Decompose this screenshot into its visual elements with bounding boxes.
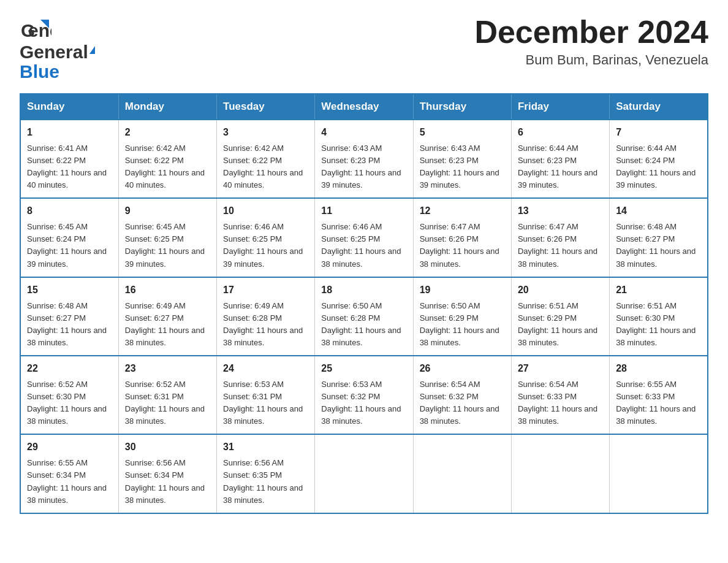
day-number: 30 — [125, 440, 210, 455]
logo-blue-text: Blue — [20, 61, 59, 82]
title-area: December 2024 Bum Bum, Barinas, Venezuel… — [474, 15, 708, 68]
calendar-cell: 30Sunrise: 6:56 AMSunset: 6:34 PMDayligh… — [118, 434, 216, 513]
calendar-cell: 27Sunrise: 6:54 AMSunset: 6:33 PMDayligh… — [511, 356, 609, 434]
calendar-cell: 3Sunrise: 6:42 AMSunset: 6:22 PMDaylight… — [217, 120, 315, 198]
col-header-friday: Friday — [511, 94, 609, 120]
day-number: 14 — [616, 204, 701, 219]
calendar-cell: 2Sunrise: 6:42 AMSunset: 6:22 PMDaylight… — [118, 120, 216, 198]
day-info: Sunrise: 6:52 AMSunset: 6:30 PMDaylight:… — [27, 378, 112, 428]
day-number: 9 — [125, 204, 210, 219]
calendar-week-2: 8Sunrise: 6:45 AMSunset: 6:24 PMDaylight… — [20, 198, 708, 277]
day-info: Sunrise: 6:43 AMSunset: 6:23 PMDaylight:… — [420, 142, 505, 192]
day-info: Sunrise: 6:46 AMSunset: 6:25 PMDaylight:… — [223, 221, 308, 270]
day-info: Sunrise: 6:54 AMSunset: 6:33 PMDaylight:… — [518, 378, 603, 428]
day-number: 22 — [27, 361, 112, 377]
day-number: 11 — [321, 204, 406, 219]
day-number: 27 — [518, 361, 603, 377]
day-number: 20 — [518, 283, 603, 298]
day-info: Sunrise: 6:48 AMSunset: 6:27 PMDaylight:… — [616, 221, 701, 270]
logo-general-text: General — [20, 42, 88, 63]
day-info: Sunrise: 6:51 AMSunset: 6:30 PMDaylight:… — [616, 300, 701, 350]
day-info: Sunrise: 6:45 AMSunset: 6:24 PMDaylight:… — [27, 221, 112, 270]
day-number: 6 — [518, 125, 603, 140]
day-info: Sunrise: 6:51 AMSunset: 6:29 PMDaylight:… — [518, 300, 603, 350]
calendar-header-row: Sunday Monday Tuesday Wednesday Thursday… — [20, 94, 708, 120]
page-header: G eneral General Blue December 2024 Bum … — [20, 15, 708, 82]
day-info: Sunrise: 6:48 AMSunset: 6:27 PMDaylight:… — [27, 300, 112, 350]
col-header-thursday: Thursday — [413, 94, 511, 120]
day-info: Sunrise: 6:44 AMSunset: 6:24 PMDaylight:… — [616, 142, 701, 192]
calendar-cell — [511, 434, 609, 513]
day-number: 15 — [27, 283, 112, 298]
day-info: Sunrise: 6:52 AMSunset: 6:31 PMDaylight:… — [125, 378, 210, 428]
day-number: 24 — [223, 361, 308, 377]
calendar-cell: 14Sunrise: 6:48 AMSunset: 6:27 PMDayligh… — [610, 198, 708, 277]
calendar-cell: 23Sunrise: 6:52 AMSunset: 6:31 PMDayligh… — [118, 356, 216, 434]
calendar-cell: 28Sunrise: 6:55 AMSunset: 6:33 PMDayligh… — [610, 356, 708, 434]
calendar-week-5: 29Sunrise: 6:55 AMSunset: 6:34 PMDayligh… — [20, 434, 708, 513]
day-number: 7 — [616, 125, 701, 140]
day-number: 8 — [27, 204, 112, 219]
calendar-cell — [315, 434, 413, 513]
day-number: 13 — [518, 204, 603, 219]
page-title: December 2024 — [474, 15, 708, 50]
col-header-sunday: Sunday — [20, 94, 118, 120]
page-subtitle: Bum Bum, Barinas, Venezuela — [474, 52, 708, 68]
calendar-cell: 9Sunrise: 6:45 AMSunset: 6:25 PMDaylight… — [118, 198, 216, 277]
calendar-cell: 19Sunrise: 6:50 AMSunset: 6:29 PMDayligh… — [413, 277, 511, 356]
day-info: Sunrise: 6:50 AMSunset: 6:29 PMDaylight:… — [420, 300, 505, 350]
calendar-table: Sunday Monday Tuesday Wednesday Thursday… — [20, 93, 708, 514]
calendar-cell: 1Sunrise: 6:41 AMSunset: 6:22 PMDaylight… — [20, 120, 118, 198]
day-info: Sunrise: 6:43 AMSunset: 6:23 PMDaylight:… — [321, 142, 406, 192]
day-number: 29 — [27, 440, 112, 455]
day-number: 23 — [125, 361, 210, 377]
col-header-wednesday: Wednesday — [315, 94, 413, 120]
day-info: Sunrise: 6:42 AMSunset: 6:22 PMDaylight:… — [223, 142, 308, 192]
day-info: Sunrise: 6:46 AMSunset: 6:25 PMDaylight:… — [321, 221, 406, 270]
calendar-cell: 8Sunrise: 6:45 AMSunset: 6:24 PMDaylight… — [20, 198, 118, 277]
day-number: 21 — [616, 283, 701, 298]
day-info: Sunrise: 6:56 AMSunset: 6:35 PMDaylight:… — [223, 457, 308, 507]
logo-triangle-icon — [89, 46, 95, 54]
calendar-cell: 10Sunrise: 6:46 AMSunset: 6:25 PMDayligh… — [217, 198, 315, 277]
day-number: 26 — [420, 361, 505, 377]
calendar-cell: 26Sunrise: 6:54 AMSunset: 6:32 PMDayligh… — [413, 356, 511, 434]
day-number: 19 — [420, 283, 505, 298]
day-number: 18 — [321, 283, 406, 298]
calendar-cell: 24Sunrise: 6:53 AMSunset: 6:31 PMDayligh… — [217, 356, 315, 434]
day-number: 12 — [420, 204, 505, 219]
svg-text:eneral: eneral — [28, 20, 51, 40]
calendar-cell: 21Sunrise: 6:51 AMSunset: 6:30 PMDayligh… — [610, 277, 708, 356]
calendar-cell — [610, 434, 708, 513]
calendar-cell: 22Sunrise: 6:52 AMSunset: 6:30 PMDayligh… — [20, 356, 118, 434]
calendar-cell — [413, 434, 511, 513]
day-info: Sunrise: 6:50 AMSunset: 6:28 PMDaylight:… — [321, 300, 406, 350]
calendar-cell: 11Sunrise: 6:46 AMSunset: 6:25 PMDayligh… — [315, 198, 413, 277]
day-info: Sunrise: 6:44 AMSunset: 6:23 PMDaylight:… — [518, 142, 603, 192]
calendar-cell: 20Sunrise: 6:51 AMSunset: 6:29 PMDayligh… — [511, 277, 609, 356]
day-info: Sunrise: 6:49 AMSunset: 6:27 PMDaylight:… — [125, 300, 210, 350]
day-number: 28 — [616, 361, 701, 377]
day-info: Sunrise: 6:45 AMSunset: 6:25 PMDaylight:… — [125, 221, 210, 270]
day-number: 2 — [125, 125, 210, 140]
logo-area: G eneral General Blue — [20, 15, 95, 82]
calendar-cell: 5Sunrise: 6:43 AMSunset: 6:23 PMDaylight… — [413, 120, 511, 198]
calendar-cell: 18Sunrise: 6:50 AMSunset: 6:28 PMDayligh… — [315, 277, 413, 356]
day-info: Sunrise: 6:53 AMSunset: 6:31 PMDaylight:… — [223, 378, 308, 428]
col-header-tuesday: Tuesday — [217, 94, 315, 120]
day-number: 5 — [420, 125, 505, 140]
calendar-cell: 12Sunrise: 6:47 AMSunset: 6:26 PMDayligh… — [413, 198, 511, 277]
day-number: 17 — [223, 283, 308, 298]
day-info: Sunrise: 6:56 AMSunset: 6:34 PMDaylight:… — [125, 457, 210, 507]
calendar-cell: 16Sunrise: 6:49 AMSunset: 6:27 PMDayligh… — [118, 277, 216, 356]
day-info: Sunrise: 6:53 AMSunset: 6:32 PMDaylight:… — [321, 378, 406, 428]
calendar-cell: 4Sunrise: 6:43 AMSunset: 6:23 PMDaylight… — [315, 120, 413, 198]
day-number: 4 — [321, 125, 406, 140]
day-info: Sunrise: 6:42 AMSunset: 6:22 PMDaylight:… — [125, 142, 210, 192]
calendar-cell: 6Sunrise: 6:44 AMSunset: 6:23 PMDaylight… — [511, 120, 609, 198]
calendar-cell: 29Sunrise: 6:55 AMSunset: 6:34 PMDayligh… — [20, 434, 118, 513]
calendar-cell: 25Sunrise: 6:53 AMSunset: 6:32 PMDayligh… — [315, 356, 413, 434]
day-number: 1 — [27, 125, 112, 140]
calendar-cell: 7Sunrise: 6:44 AMSunset: 6:24 PMDaylight… — [610, 120, 708, 198]
day-number: 16 — [125, 283, 210, 298]
